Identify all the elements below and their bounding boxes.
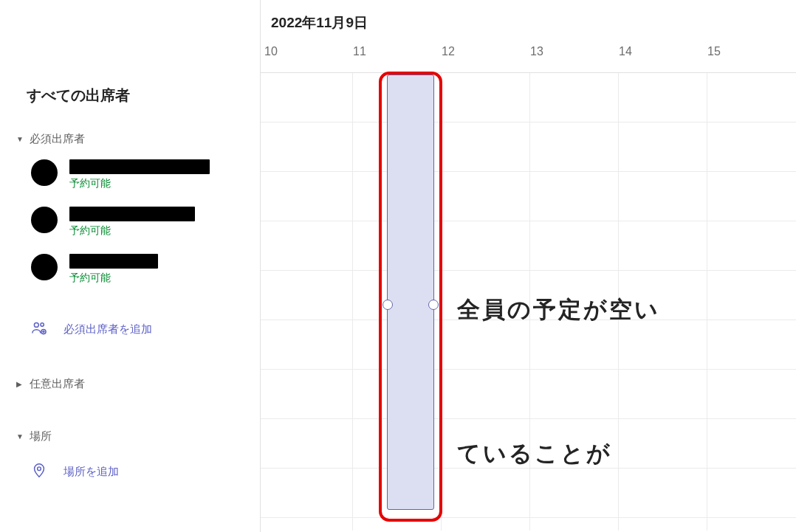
schedule-grid: 2022年11月9日 10 11 12 13 14 15 全員の予定が空い てい…: [261, 0, 796, 532]
required-attendee-list: 予約可能 予約可能 予約可能: [0, 152, 260, 310]
schedule-row: [261, 221, 796, 271]
hour-label: 13: [530, 41, 619, 72]
attendee-name-redacted: [69, 207, 195, 221]
schedule-row: [261, 320, 796, 370]
avatar: [31, 207, 58, 233]
hour-label: 10: [264, 41, 353, 72]
svg-point-0: [34, 322, 38, 327]
proposed-event-block[interactable]: [387, 75, 434, 510]
status-badge: 予約可能: [69, 272, 158, 285]
avatar: [31, 159, 58, 186]
section-required-label: 必須出席者: [30, 132, 85, 146]
schedule-row: [261, 469, 796, 518]
attendee-name-redacted: [69, 254, 158, 269]
attendee-sidebar: すべての出席者 ▼ 必須出席者 予約可能 予約可能 予約可能: [0, 0, 261, 532]
svg-point-1: [41, 323, 44, 326]
schedule-row: [261, 122, 796, 172]
page-title: すべての出席者: [0, 81, 260, 126]
schedule-row: [261, 271, 796, 320]
add-required-label: 必須出席者を追加: [64, 322, 152, 336]
attendee-row[interactable]: 予約可能: [31, 254, 260, 285]
section-optional-label: 任意出席者: [30, 377, 85, 391]
hour-label: 15: [707, 41, 796, 72]
status-badge: 予約可能: [69, 177, 210, 190]
caret-down-icon: ▼: [16, 135, 25, 143]
caret-down-icon: ▼: [16, 432, 25, 441]
section-optional-header[interactable]: ▶ 任意出席者: [0, 371, 260, 397]
attendee-row[interactable]: 予約可能: [31, 159, 260, 190]
avatar: [31, 254, 58, 280]
section-required-header[interactable]: ▼ 必須出席者: [0, 126, 260, 152]
add-location-button[interactable]: 場所を追加: [0, 449, 260, 497]
location-pin-icon: [31, 463, 47, 481]
add-required-attendee-button[interactable]: 必須出席者を追加: [0, 310, 260, 355]
caret-right-icon: ▶: [16, 380, 25, 388]
attendee-name-redacted: [69, 159, 210, 174]
schedule-body[interactable]: 全員の予定が空い ていることが わかる: [261, 73, 796, 531]
attendee-row[interactable]: 予約可能: [31, 207, 260, 238]
section-location-header[interactable]: ▼ 場所: [0, 424, 260, 449]
status-badge: 予約可能: [69, 224, 195, 238]
svg-point-3: [38, 467, 41, 471]
hour-label: 14: [619, 41, 707, 72]
add-location-label: 場所を追加: [64, 465, 119, 479]
date-header: 2022年11月9日: [261, 0, 796, 41]
schedule-row: [261, 73, 796, 122]
schedule-row: [261, 172, 796, 221]
schedule-row: [261, 370, 796, 419]
section-location-label: 場所: [30, 429, 52, 443]
schedule-row: [261, 419, 796, 469]
hour-label: 12: [442, 41, 530, 72]
time-ruler: 10 11 12 13 14 15: [261, 41, 796, 73]
hour-label: 11: [353, 41, 442, 72]
add-people-icon: [31, 320, 47, 339]
